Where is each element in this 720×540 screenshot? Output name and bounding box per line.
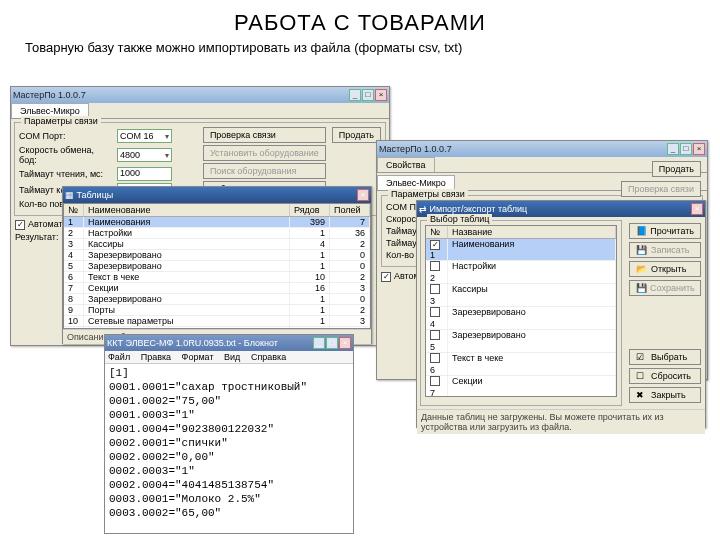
table-row[interactable]: 4Зарезервировано10 xyxy=(64,250,370,261)
table-row[interactable]: 6Текст в чеке102 xyxy=(64,272,370,283)
window-notepad: ККТ ЭЛBEC-МФ 1.0RU.0935.txt - Блокнот _□… xyxy=(104,334,354,534)
maximize-icon[interactable]: □ xyxy=(326,337,338,349)
menu-help[interactable]: Справка xyxy=(251,352,286,362)
check-connection-button[interactable]: Проверка связи xyxy=(203,127,326,143)
read-button[interactable]: 📘Прочитать xyxy=(629,223,701,239)
maximize-icon[interactable]: □ xyxy=(362,89,374,101)
table-row[interactable]: 5Зарезервировано10 xyxy=(64,261,370,272)
save-icon: 💾 xyxy=(636,283,647,293)
group-label: Выбор таблиц xyxy=(427,214,492,224)
titlebar[interactable]: ▦ Таблицы × xyxy=(63,187,371,203)
tables-grid[interactable]: № Наименование Рядов Полей 1Наименования… xyxy=(63,203,371,329)
group-label: Параметры связи xyxy=(21,116,101,126)
auto-checkbox[interactable] xyxy=(381,272,391,282)
import-icon: ⇄ xyxy=(419,204,430,214)
list-item[interactable]: 6Текст в чеке xyxy=(426,353,616,376)
label-read-timeout: Таймаут чтения, мс: xyxy=(19,169,114,179)
slide-subtitle: Товарную базу также можно импортировать … xyxy=(0,40,720,63)
find-equipment-button[interactable]: Поиск оборудования xyxy=(203,163,326,179)
titlebar[interactable]: ККТ ЭЛBEC-МФ 1.0RU.0935.txt - Блокнот _□… xyxy=(105,335,353,351)
import-table-list[interactable]: № Название 1Наименования2Настройки3Касси… xyxy=(425,225,617,397)
close-button[interactable]: ✖Закрыть xyxy=(629,387,701,403)
check-connection-button[interactable]: Проверка связи xyxy=(621,181,701,197)
col-name: Название xyxy=(448,226,616,238)
close-icon[interactable]: × xyxy=(375,89,387,101)
baud-select[interactable]: 4800 xyxy=(117,148,172,162)
window-title: МастерПо 1.0.0.7 xyxy=(379,144,452,154)
slide-title: РАБОТА С ТОВАРАМИ xyxy=(0,0,720,40)
table-row[interactable]: 8Зарезервировано10 xyxy=(64,294,370,305)
select-icon: ☑ xyxy=(636,352,648,362)
notepad-menu[interactable]: Файл Правка Формат Вид Справка xyxy=(105,351,353,364)
read-icon: 📘 xyxy=(636,226,647,236)
table-row[interactable]: 1Наименования3997 xyxy=(64,217,370,228)
window-title: МастерПо 1.0.0.7 xyxy=(13,90,86,100)
titlebar[interactable]: МастерПо 1.0.0.7 _ □ × xyxy=(11,87,389,103)
row-checkbox[interactable] xyxy=(430,353,440,363)
open-button[interactable]: 📂Открыть xyxy=(629,261,701,277)
notepad-content[interactable]: [1] 0001.0001="сахар тростниковый" 0001.… xyxy=(105,364,353,522)
list-item[interactable]: 1Наименования xyxy=(426,239,616,261)
minimize-icon[interactable]: _ xyxy=(349,89,361,101)
col-num: № xyxy=(426,226,448,238)
minimize-icon[interactable]: _ xyxy=(313,337,325,349)
table-row[interactable]: 9Порты12 xyxy=(64,305,370,316)
menu-edit[interactable]: Правка xyxy=(141,352,171,362)
tab-properties[interactable]: Свойства xyxy=(377,157,435,172)
close-icon[interactable]: × xyxy=(693,143,705,155)
maximize-icon[interactable]: □ xyxy=(680,143,692,155)
label-com-port: COM Порт: xyxy=(19,131,114,141)
window-title: ККТ ЭЛBEC-МФ 1.0RU.0935.txt - Блокнот xyxy=(107,338,278,348)
table-row[interactable]: 3Кассиры42 xyxy=(64,239,370,250)
label-baud: Скорость обмена, бод: xyxy=(19,145,114,165)
table-row[interactable]: 10Сетевые параметры13 xyxy=(64,316,370,327)
window-tables: ▦ Таблицы × № Наименование Рядов Полей 1… xyxy=(62,186,372,344)
table-row[interactable]: 7Секции163 xyxy=(64,283,370,294)
reset-button[interactable]: ☐Сбросить xyxy=(629,368,701,384)
table-row[interactable]: 2Настройки136 xyxy=(64,228,370,239)
set-equipment-button[interactable]: Установить оборудование xyxy=(203,145,326,161)
window-import-export: ⇄ Импорт/экспорт таблиц × Выбор таблиц №… xyxy=(416,200,706,428)
list-item[interactable]: 7Секции xyxy=(426,376,616,397)
col-name: Наименование xyxy=(84,204,290,216)
com-port-select[interactable]: COM 16 xyxy=(117,129,172,143)
status-text: Данные таблиц не загружены. Вы можете пр… xyxy=(417,409,705,434)
close-icon[interactable]: × xyxy=(339,337,351,349)
list-item[interactable]: 4Зарезервировано xyxy=(426,307,616,330)
list-item[interactable]: 3Кассиры xyxy=(426,284,616,307)
group-label: Параметры связи xyxy=(388,189,468,199)
minimize-icon[interactable]: _ xyxy=(667,143,679,155)
titlebar[interactable]: МастерПо 1.0.0.7 _□× xyxy=(377,141,707,157)
row-checkbox[interactable] xyxy=(430,307,440,317)
close-icon: ✖ xyxy=(636,390,648,400)
col-num: № xyxy=(64,204,84,216)
close-icon[interactable]: × xyxy=(691,203,703,215)
window-title: Импорт/экспорт таблиц xyxy=(430,204,528,214)
close-icon[interactable]: × xyxy=(357,189,369,201)
save-button[interactable]: 💾Сохранить xyxy=(629,280,701,296)
window-title: Таблицы xyxy=(77,190,114,200)
col-rows: Рядов xyxy=(290,204,330,216)
open-icon: 📂 xyxy=(636,264,648,274)
write-button[interactable]: 💾Записать xyxy=(629,242,701,258)
select-button[interactable]: ☑Выбрать xyxy=(629,349,701,365)
row-checkbox[interactable] xyxy=(430,376,440,386)
row-checkbox[interactable] xyxy=(430,330,440,340)
sell-button[interactable]: Продать xyxy=(652,161,701,177)
tab-elves-micro[interactable]: Эльвес-Микро xyxy=(377,175,455,190)
list-item[interactable]: 5Зарезервировано xyxy=(426,330,616,353)
menu-file[interactable]: Файл xyxy=(108,352,130,362)
list-item[interactable]: 2Настройки xyxy=(426,261,616,284)
row-checkbox[interactable] xyxy=(430,261,440,271)
reset-icon: ☐ xyxy=(636,371,648,381)
row-checkbox[interactable] xyxy=(430,284,440,294)
write-icon: 💾 xyxy=(636,245,648,255)
col-fields: Полей xyxy=(330,204,370,216)
sell-button[interactable]: Продать xyxy=(332,127,381,143)
row-checkbox[interactable] xyxy=(430,240,440,250)
tables-icon: ▦ xyxy=(65,190,77,200)
menu-format[interactable]: Формат xyxy=(182,352,214,362)
auto-checkbox[interactable] xyxy=(15,220,25,230)
menu-view[interactable]: Вид xyxy=(224,352,240,362)
read-timeout-input[interactable]: 1000 xyxy=(117,167,172,181)
